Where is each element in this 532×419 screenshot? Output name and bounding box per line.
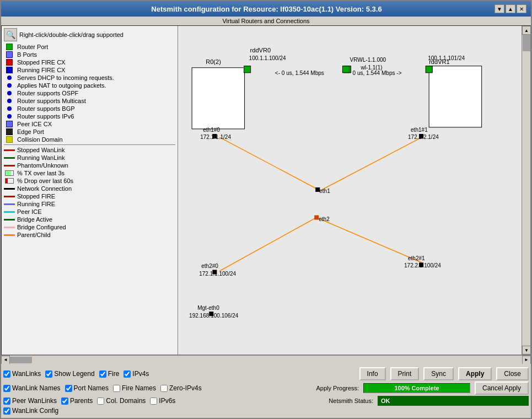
show-legend-checkbox[interactable]	[45, 370, 52, 378]
ipv6s-checkbox-label[interactable]: IPv6s	[150, 397, 175, 405]
search-icon[interactable]: 🔍	[4, 28, 17, 41]
ipv6-icon	[4, 113, 15, 120]
col-domains-checkbox[interactable]	[97, 397, 104, 405]
parents-checkbox-label[interactable]: Parents	[61, 397, 93, 405]
legend-label: Router supports OSPF	[17, 90, 78, 96]
svg-text:172.2.2.100/24: 172.2.2.100/24	[404, 262, 441, 268]
legend-label: B Ports	[17, 51, 37, 58]
scroll-track[interactable]	[522, 35, 530, 346]
wanlinks-checkbox-label[interactable]: WanLinks	[3, 370, 41, 378]
parents-checkbox[interactable]	[61, 397, 68, 405]
scroll-down-button[interactable]: ▼	[522, 346, 531, 354]
wanlink-names-checkbox[interactable]	[3, 385, 10, 392]
cancel-apply-button[interactable]: Cancel Apply	[475, 382, 529, 395]
ipv6s-checkbox[interactable]	[150, 397, 157, 405]
svg-text:172.1.1.100/24: 172.1.1.100/24	[199, 271, 236, 277]
canvas-area: 🔍 Right-click/double-click/drag supporte…	[1, 25, 531, 355]
drop-icon	[4, 178, 15, 184]
svg-text:<- 0 us, 1.544 Mbps: <- 0 us, 1.544 Mbps	[275, 70, 324, 76]
progress-fill: 100% Complete	[364, 384, 470, 393]
legend-label: % Drop over last 60s	[17, 178, 73, 184]
multicast-icon	[4, 98, 15, 104]
legend-label: Bridge Configured	[17, 224, 66, 230]
sync-button[interactable]: Sync	[423, 367, 454, 380]
svg-line-2	[219, 218, 315, 271]
ipv4s-label: IPv4s	[132, 370, 149, 378]
fire-checkbox-label[interactable]: Fire	[99, 370, 120, 378]
svg-text:0 us, 1.544 Mbps ->: 0 us, 1.544 Mbps ->	[353, 70, 402, 76]
ipv4s-checkbox-label[interactable]: IPv4s	[123, 370, 149, 378]
info-button[interactable]: Info	[359, 367, 386, 380]
footer-row-1: WanLinks Show Legend Fire IPv4s Info Pri…	[3, 367, 529, 380]
footer-row-3: Peer WanLinks Parents Col. Domains IPv6s…	[3, 396, 529, 406]
list-item: Applies NAT to outgoing packets.	[4, 82, 175, 89]
network-canvas[interactable]: R0(2) rddVR0 100.1.1.100/24 VRWL-1.1.000…	[178, 26, 522, 354]
port-names-checkbox[interactable]	[65, 385, 72, 392]
serves-dhcp-icon	[4, 74, 15, 81]
legend-label: Running FIRE	[17, 201, 55, 207]
router-port-icon	[4, 44, 15, 50]
b-ports-icon	[4, 51, 15, 58]
minimize-button[interactable]: ▼	[495, 4, 504, 13]
legend-label: Router supports Multicast	[17, 98, 86, 104]
legend-panel: 🔍 Right-click/double-click/drag supporte…	[2, 26, 178, 354]
svg-rect-18	[426, 66, 432, 73]
zero-ipv4s-checkbox-label[interactable]: Zero-IPv4s	[160, 384, 202, 392]
print-button[interactable]: Print	[390, 367, 420, 380]
svg-text:192.168.100.106/24: 192.168.100.106/24	[189, 313, 239, 319]
scroll-thumb[interactable]	[523, 35, 530, 51]
peer-wanlinks-checkbox[interactable]	[3, 397, 10, 405]
scroll-up-button[interactable]: ▲	[522, 26, 531, 35]
list-item: Stopped FIRE CX	[4, 59, 175, 66]
fire-names-checkbox[interactable]	[113, 385, 120, 392]
show-legend-checkbox-label[interactable]: Show Legend	[45, 370, 94, 378]
h-scroll-thumb[interactable]	[10, 357, 32, 363]
ipv4s-checkbox[interactable]	[123, 370, 131, 378]
svg-rect-17	[342, 66, 349, 73]
legend-label: Edge Port	[17, 128, 44, 135]
h-scroll-track[interactable]	[10, 356, 522, 364]
footer-row-2: WanLink Names Port Names Fire Names Zero…	[3, 382, 529, 395]
bridge-active-icon	[4, 216, 15, 223]
legend-label: Bridge Active	[17, 216, 52, 223]
scroll-right-button[interactable]: ►	[522, 356, 531, 364]
list-item: B Ports	[4, 51, 175, 58]
apply-progress-bar: 100% Complete	[363, 383, 470, 393]
list-item: Running WanLink	[4, 154, 175, 161]
wanlink-names-checkbox-label[interactable]: WanLink Names	[3, 384, 61, 392]
list-item: Running FIRE CX	[4, 67, 175, 73]
fire-checkbox[interactable]	[99, 370, 106, 378]
vertical-scrollbar[interactable]: ▲ ▼	[522, 26, 530, 354]
running-fire-icon	[4, 201, 15, 207]
zero-ipv4s-label: Zero-IPv4s	[169, 384, 202, 392]
show-legend-label: Show Legend	[54, 370, 94, 378]
legend-label: Serves DHCP to incoming requests.	[17, 74, 114, 81]
footer-row-4: WanLink Config	[3, 407, 529, 415]
restore-button[interactable]: ▲	[506, 4, 515, 13]
svg-rect-4	[192, 68, 244, 129]
list-item: Stopped WanLink	[4, 147, 175, 153]
zero-ipv4s-checkbox[interactable]	[160, 385, 168, 392]
horizontal-scrollbar[interactable]: ◄ ►	[1, 355, 531, 364]
window-controls: ▼ ▲ ✕	[495, 4, 526, 13]
list-item: Edge Port	[4, 128, 175, 135]
fire-names-checkbox-label[interactable]: Fire Names	[113, 384, 156, 392]
apply-button[interactable]: Apply	[458, 367, 492, 380]
port-names-label: Port Names	[74, 384, 109, 392]
col-domains-checkbox-label[interactable]: Col. Domains	[97, 397, 146, 405]
legend-label: Stopped FIRE	[17, 193, 55, 200]
edge-port-icon	[4, 128, 15, 135]
wanlink-config-checkbox-label[interactable]: WanLink Config	[3, 407, 58, 415]
running-fire-cx-icon	[4, 67, 15, 73]
wanlink-config-checkbox[interactable]	[3, 407, 10, 415]
parent-child-icon	[4, 232, 15, 238]
stopped-fire-cx-icon	[4, 59, 15, 66]
scroll-left-button[interactable]: ◄	[1, 356, 10, 364]
port-names-checkbox-label[interactable]: Port Names	[65, 384, 109, 392]
svg-text:172.2.2.1/24: 172.2.2.1/24	[408, 134, 439, 140]
peer-wanlinks-checkbox-label[interactable]: Peer WanLinks	[3, 397, 57, 405]
wanlinks-checkbox[interactable]	[3, 370, 10, 378]
list-item: Bridge Configured	[4, 224, 175, 230]
close-button[interactable]: ✕	[517, 4, 526, 13]
close-button[interactable]: Close	[496, 367, 529, 380]
